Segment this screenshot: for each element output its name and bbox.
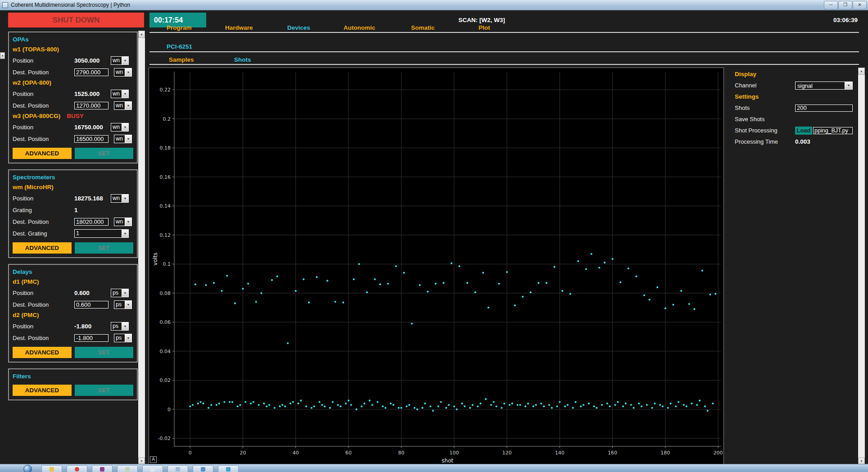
autoscale-button[interactable]: A	[150, 456, 157, 463]
taskbar-icon[interactable]	[218, 465, 239, 472]
w1-topas-800-position-row: Position3050.000wn▼	[13, 54, 133, 66]
unit-select[interactable]: ps▼	[114, 334, 132, 342]
chevron-down-icon[interactable]: ▼	[122, 57, 128, 64]
tab-program[interactable]: Program	[167, 24, 192, 31]
chevron-down-icon[interactable]: ▼	[122, 230, 128, 237]
unit-select[interactable]: wn▼	[111, 123, 129, 132]
restore-button[interactable]: ❐	[838, 1, 852, 9]
data-point	[701, 270, 703, 272]
tab-hardware[interactable]: Hardware	[225, 24, 253, 31]
data-point	[548, 404, 550, 406]
svg-text:0.14: 0.14	[160, 203, 171, 209]
field-input[interactable]	[74, 135, 108, 143]
unit-select[interactable]: wn▼	[111, 194, 129, 203]
scan-status: SCAN: [W2, W3]	[419, 17, 545, 23]
tab-pci-6251[interactable]: PCI-6251	[167, 43, 192, 50]
set-button[interactable]: SET	[75, 385, 134, 396]
data-point	[625, 403, 627, 404]
data-point	[572, 407, 574, 408]
data-point	[247, 283, 249, 285]
chevron-down-icon[interactable]: ▼	[125, 102, 131, 109]
tab-somatic[interactable]: Somatic	[411, 24, 435, 31]
unit-select[interactable]: ps▼	[111, 289, 129, 297]
taskbar-icon[interactable]	[142, 465, 163, 472]
processing-time-label: Processing Time	[735, 138, 795, 145]
w1-topas-800-dest-position-row: Dest. Positionwn▼	[13, 66, 133, 78]
tab-shots[interactable]: Shots	[234, 56, 251, 63]
taskbar-icon[interactable]	[41, 465, 62, 472]
group-name-label: w1 (TOPAS-800)	[13, 46, 59, 53]
field-input[interactable]	[74, 68, 108, 76]
chevron-down-icon[interactable]: ▼	[122, 289, 128, 297]
chevron-down-icon[interactable]: ▼	[125, 334, 131, 342]
advanced-button[interactable]: ADVANCED	[13, 347, 72, 358]
chevron-down-icon[interactable]: ▼	[125, 68, 131, 76]
unit-value: wn	[111, 195, 122, 202]
scroll-up-button[interactable]: ▲	[858, 68, 865, 75]
data-point	[197, 403, 199, 404]
data-point	[524, 405, 526, 407]
field-input[interactable]	[74, 218, 108, 226]
chevron-down-icon[interactable]: ▼	[122, 90, 128, 98]
set-button[interactable]: SET	[75, 347, 134, 358]
chevron-down-icon[interactable]: ▼	[122, 123, 128, 131]
data-point	[688, 303, 690, 305]
chevron-down-icon[interactable]: ▼	[845, 82, 852, 89]
data-point	[641, 405, 642, 407]
data-point	[408, 404, 410, 406]
field-input[interactable]	[74, 301, 108, 309]
unit-select[interactable]: wn▼	[114, 135, 132, 143]
start-button-icon[interactable]	[23, 465, 32, 472]
right-scrollbar[interactable]: ▲ ▼	[858, 68, 865, 465]
load-button[interactable]: Load	[795, 127, 812, 135]
tab-autonomic[interactable]: Autonomic	[344, 24, 375, 31]
unit-select[interactable]: wn▼	[114, 68, 132, 77]
tab-plot[interactable]: Plot	[479, 24, 490, 31]
data-point	[514, 304, 516, 306]
scroll-up-button[interactable]: ▲	[138, 31, 145, 38]
shot-processing-file-input[interactable]	[813, 127, 853, 134]
data-point	[714, 293, 716, 295]
advanced-button[interactable]: ADVANCED	[13, 148, 72, 159]
chevron-down-icon[interactable]: ▼	[125, 301, 131, 309]
chevron-down-icon[interactable]: ▼	[125, 135, 131, 143]
scroll-up-button[interactable]: ▲	[0, 52, 5, 59]
set-button[interactable]: SET	[75, 242, 134, 254]
data-point	[591, 253, 592, 255]
unit-select[interactable]: ps▼	[111, 322, 129, 331]
shots-input[interactable]	[795, 104, 853, 112]
taskbar-icon[interactable]	[117, 465, 138, 472]
shot-processing-label: Shot Processing	[735, 127, 795, 134]
taskbar-icon[interactable]	[193, 465, 213, 472]
unit-select[interactable]: wn▼	[111, 56, 129, 65]
data-point	[366, 291, 368, 293]
taskbar-icon[interactable]	[167, 465, 188, 472]
titlebar: Coherent Multidimensional Spectroscopy |…	[0, 0, 868, 10]
unit-select[interactable]: wn▼	[111, 90, 129, 98]
taskbar-icon[interactable]	[67, 465, 87, 472]
left-scrollbar[interactable]: ▲ ▼	[138, 31, 145, 465]
advanced-button[interactable]: ADVANCED	[13, 242, 72, 254]
unit-select[interactable]: wn▼	[114, 101, 132, 110]
unit-select[interactable]: wn▼	[114, 218, 132, 226]
chevron-down-icon[interactable]: ▼	[122, 322, 128, 330]
field-input[interactable]	[74, 334, 108, 342]
chevron-down-icon[interactable]: ▼	[125, 218, 131, 226]
shutdown-button[interactable]: SHUT DOWN	[8, 13, 144, 27]
close-button[interactable]: ✕	[853, 1, 867, 9]
channel-select[interactable]: signal ▼	[795, 82, 853, 90]
tab-samples[interactable]: Samples	[169, 56, 194, 63]
advanced-button[interactable]: ADVANCED	[13, 385, 72, 396]
taskbar-icon[interactable]	[92, 465, 113, 472]
unit-select[interactable]: ps▼	[114, 300, 132, 309]
minimize-button[interactable]: ─	[824, 1, 838, 9]
svg-text:volts: volts	[152, 253, 158, 266]
data-point	[683, 404, 685, 406]
field-select[interactable]: 1▼	[74, 229, 129, 238]
field-input[interactable]	[74, 102, 108, 109]
set-button[interactable]: SET	[75, 148, 134, 159]
tab-devices[interactable]: Devices	[287, 24, 310, 31]
plot-canvas[interactable]: -0.0200.020.040.060.080.10.120.140.160.1…	[149, 68, 723, 464]
svg-text:0.04: 0.04	[160, 349, 171, 354]
chevron-down-icon[interactable]: ▼	[122, 195, 128, 202]
